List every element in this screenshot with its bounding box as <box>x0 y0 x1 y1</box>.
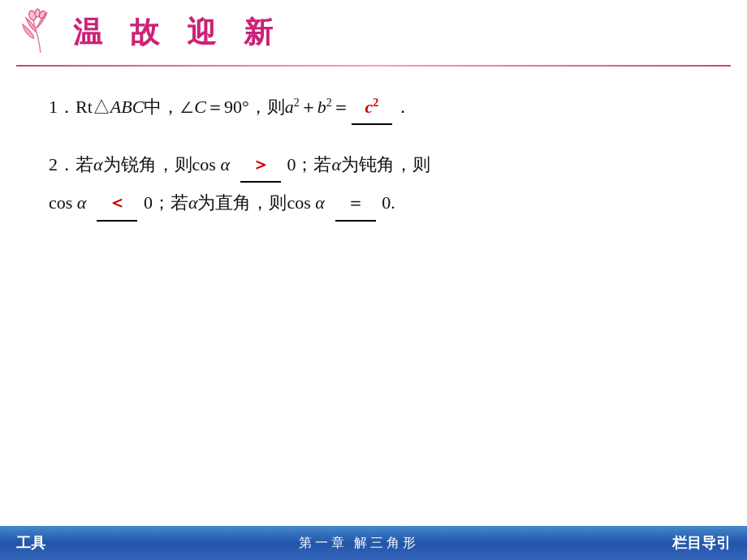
header: 温 故 迎 新 <box>0 0 747 65</box>
page-title: 温 故 迎 新 <box>73 13 283 53</box>
p2-answer2: ＜ <box>108 192 126 213</box>
footer-chapter: 第一章 解三角形 <box>299 535 419 552</box>
p1-answer: c2 <box>365 97 378 117</box>
p2-answer3: ＝ <box>347 192 365 213</box>
footer: 工具 第一章 解三角形 栏目导引 <box>0 526 747 560</box>
p1-prefix: 1．Rt△ABC中，∠C＝90°，则a2＋b2＝ <box>49 91 350 123</box>
p2-line2: cos α ＜ 0；若α为直角，则cos α ＝ 0. <box>49 186 698 222</box>
p2-blank2: ＜ <box>97 186 137 222</box>
footer-tools[interactable]: 工具 <box>16 533 45 553</box>
p2-line1: 2．若α为锐角，则cos α ＞ 0；若α为钝角，则 <box>49 148 698 183</box>
p2-blank1: ＞ <box>240 148 281 183</box>
problem-2: 2．若α为锐角，则cos α ＞ 0；若α为钝角，则 cos α ＜ 0；若α为… <box>49 148 698 222</box>
footer-nav[interactable]: 栏目导引 <box>672 533 731 553</box>
p2-blank3: ＝ <box>335 186 376 222</box>
p1-blank: c2 <box>352 91 392 125</box>
problem-1: 1．Rt△ABC中，∠C＝90°，则a2＋b2＝ c2 ． <box>49 91 698 125</box>
plant-icon <box>16 8 65 57</box>
p2-answer1: ＞ <box>252 154 270 174</box>
main-content: 1．Rt△ABC中，∠C＝90°，则a2＋b2＝ c2 ． 2．若α为锐角，则c… <box>0 67 747 269</box>
p1-suffix: ． <box>394 91 412 123</box>
